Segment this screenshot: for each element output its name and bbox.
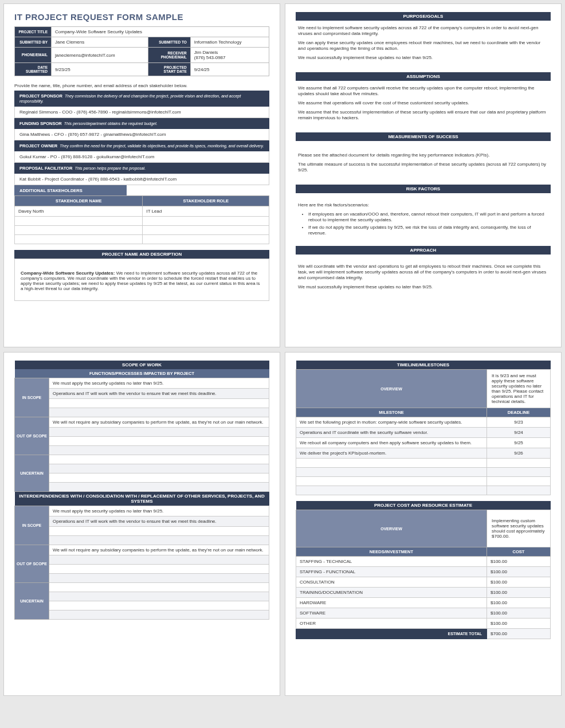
- page-3: SCOPE OF WORK FUNCTIONS/PROCESSES IMPACT…: [3, 352, 280, 696]
- form-title: IT PROJECT REQUEST FORM SAMPLE: [14, 12, 269, 22]
- value-receiver: Jim Daniels (876) 543-0987: [190, 48, 269, 63]
- approach-p1: We will coordinate with the vendor and o…: [298, 264, 548, 281]
- scope-cell: [49, 399, 269, 408]
- risk-bullet: If we do not apply the security updates …: [308, 225, 548, 236]
- uncertain-label: UNCERTAIN: [15, 455, 49, 492]
- needs-cell: STAFFING - TECHNICAL: [296, 557, 487, 567]
- stakeholder-name-col: STAKEHOLDER NAME: [15, 196, 143, 206]
- stakeholder-name: [15, 217, 143, 226]
- cost-cell: $100.00: [487, 588, 551, 598]
- header-table: PROJECT TITLE Company-Wide Software Secu…: [14, 26, 269, 76]
- deadline-cell: [487, 468, 551, 477]
- uncertain-label-2: UNCERTAIN: [15, 583, 49, 620]
- cost-cell: $100.00: [487, 567, 551, 577]
- scope-cell: Operations and IT will work with the ven…: [49, 516, 269, 527]
- timeline-title: TIMELINE/MILESTONES: [296, 361, 551, 370]
- project-desc-bold: Company-Wide Software Security Updates:: [21, 271, 115, 276]
- scope-sub2: INTERDEPENDENCIES WITH / CONSOLIDATION W…: [15, 492, 269, 506]
- additional-stakeholders-label: ADDITIONAL STAKEHOLDERS: [14, 185, 127, 195]
- deadline-cell: 9/26: [487, 448, 551, 459]
- assumptions-p3: We assume that the successful implementa…: [298, 109, 548, 121]
- project-sponsor-band: PROJECT SPONSORThey commission the deliv…: [14, 91, 269, 107]
- cost-cell: $100.00: [487, 619, 551, 629]
- scope-title: SCOPE OF WORK: [15, 361, 269, 369]
- cost-title: PROJECT COST AND RESOURCE ESTIMATE: [296, 501, 551, 510]
- risk-label: RISK FACTORS: [296, 185, 551, 193]
- project-owner-band: PROJECT OWNERThey confirm the need for t…: [14, 140, 269, 151]
- scope-cell: [49, 592, 269, 601]
- cost-cell: $100.00: [487, 598, 551, 608]
- project-desc-box: Company-Wide Software Security Updates: …: [14, 259, 269, 301]
- success-section: MEASUREMENTS OF SUCCESS Please see the a…: [296, 132, 551, 179]
- scope-cell: [49, 583, 269, 592]
- stakeholder-role: [143, 235, 269, 244]
- value-submitted-to: Information Technology: [190, 37, 269, 48]
- deadline-cell: 9/25: [487, 438, 551, 448]
- assumptions-section: ASSUMPTIONS We assume that all 722 compu…: [296, 72, 551, 127]
- milestone-cell: [296, 486, 487, 495]
- scope-cell: [49, 428, 269, 437]
- approach-section: APPROACH We will coordinate with the ven…: [296, 246, 551, 296]
- project-sponsor-label: PROJECT SPONSOR: [19, 93, 62, 99]
- scope-cell: [49, 473, 269, 483]
- needs-cell: OTHER: [296, 619, 487, 629]
- purpose-label: PURPOSE/GOALS: [296, 12, 551, 21]
- scope-cell: We will not require any subsidiary compa…: [49, 417, 269, 428]
- milestone-cell: [296, 468, 487, 477]
- label-project-title: PROJECT TITLE: [15, 27, 52, 37]
- needs-cell: STAFFING - FUNCTIONAL: [296, 567, 487, 577]
- value-project-title: Company-Wide Software Security Updates: [52, 27, 269, 37]
- label-submitted-to: SUBMITTED TO: [148, 37, 190, 48]
- project-owner-label: PROJECT OWNER: [19, 143, 57, 148]
- in-scope-label-2: IN SCOPE: [15, 506, 49, 545]
- value-projected-start: 9/24/25: [190, 63, 269, 76]
- cost-table: PROJECT COST AND RESOURCE ESTIMATE OVERV…: [296, 501, 551, 639]
- scope-cell: [49, 555, 269, 565]
- milestone-cell: We set the following project in motion: …: [296, 417, 487, 428]
- risk-bullet: If employees are on vacation/OOO and, th…: [308, 212, 548, 223]
- cost-overview: Implementing custom software security up…: [487, 510, 551, 547]
- timeline-table: TIMELINE/MILESTONES OVERVIEWIt is 9/23 a…: [296, 361, 551, 495]
- scope-cell: [49, 527, 269, 536]
- page-1: IT PROJECT REQUEST FORM SAMPLE PROJECT T…: [3, 3, 280, 347]
- milestone-cell: We reboot all company computers and then…: [296, 438, 487, 448]
- project-owner-desc: They confirm the need for the project, v…: [60, 144, 264, 148]
- stakeholder-name: [15, 235, 143, 244]
- deadline-cell: 9/23: [487, 417, 551, 428]
- page-4: TIMELINE/MILESTONES OVERVIEWIt is 9/23 a…: [285, 352, 562, 696]
- scope-cell: [49, 610, 269, 620]
- scope-cell: We will not require any subsidiary compa…: [49, 545, 269, 555]
- stakeholder-role: IT Lead: [143, 206, 269, 217]
- out-scope-label: OUT OF SCOPE: [15, 417, 49, 455]
- assumptions-p1: We assume that all 722 computers can/wil…: [298, 85, 548, 97]
- estimate-total-label: ESTIMATE TOTAL: [296, 629, 487, 639]
- scope-cell: Operations and IT will work with the ven…: [49, 389, 269, 399]
- project-desc-label: PROJECT NAME AND DESCRIPTION: [14, 250, 269, 259]
- scope-cell: [49, 601, 269, 610]
- scope-cell: [49, 446, 269, 455]
- purpose-p2: We can apply these security updates once…: [298, 40, 548, 52]
- scope-cell: We must apply the security updates no la…: [49, 378, 269, 389]
- purpose-p3: We must successfully implement these upd…: [298, 55, 548, 61]
- label-projected-start: PROJECTED START DATE: [148, 63, 190, 76]
- deadline-cell: 9/24: [487, 428, 551, 438]
- project-owner-value: Gokul Kumar - PO - (876) 888-9128 - goku…: [14, 151, 269, 163]
- success-p1: Please see the attached document for det…: [298, 152, 548, 158]
- proposal-facilitator-value: Kat Bobbit - Project Coordinator - (876)…: [14, 174, 269, 185]
- needs-cell: SOFTWARE: [296, 608, 487, 619]
- scope-cell: [49, 437, 269, 446]
- scope-cell: [49, 455, 269, 464]
- proposal-facilitator-label: PROPOSAL FACILITATOR: [19, 166, 72, 171]
- deadline-cell: [487, 477, 551, 486]
- success-label: MEASUREMENTS OF SUCCESS: [296, 132, 551, 141]
- milestone-cell: [296, 477, 487, 486]
- label-date-submitted: DATE SUBMITTED: [15, 63, 52, 76]
- proposal-facilitator-band: PROPOSAL FACILITATORThis person helps pr…: [14, 163, 269, 174]
- needs-cell: TRAINING/DOCUMENTATION: [296, 588, 487, 598]
- milestone-cell: [296, 459, 487, 468]
- assumptions-p2: We assume that operations will cover the…: [298, 100, 548, 106]
- scope-table: SCOPE OF WORK FUNCTIONS/PROCESSES IMPACT…: [14, 361, 269, 620]
- funding-sponsor-band: FUNDING SPONSORThis person/department ob…: [14, 118, 269, 129]
- assumptions-label: ASSUMPTIONS: [296, 72, 551, 81]
- cost-col: COST: [487, 547, 551, 557]
